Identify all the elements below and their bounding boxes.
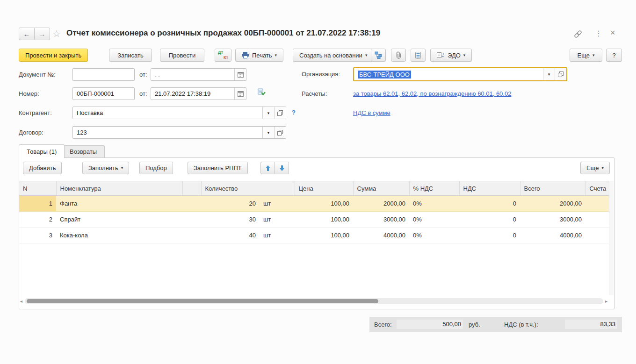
cell-accounts[interactable]: [585, 228, 609, 243]
back-button[interactable]: ←: [19, 28, 35, 40]
cell-amount[interactable]: 3000,00: [353, 212, 409, 228]
date-value[interactable]: 21.07.2022 17:38:19: [151, 88, 234, 100]
print-label: Печать: [252, 52, 272, 59]
cell-vat-rate[interactable]: 0%: [409, 212, 459, 228]
doc-date-input[interactable]: . .: [151, 68, 246, 81]
totals-bar: Всего: 500,00 руб. НДС (в т.ч.): 83,33: [369, 317, 622, 332]
scroll-right-icon[interactable]: ▸: [605, 299, 607, 304]
cell-accounts[interactable]: [585, 212, 609, 228]
horizontal-scrollbar[interactable]: [25, 298, 603, 304]
contract-dropdown-icon[interactable]: ▾: [262, 127, 274, 138]
counterparty-value[interactable]: Поставка: [73, 107, 262, 119]
cell-accounts[interactable]: [585, 196, 609, 212]
cell-spacer[interactable]: [182, 212, 201, 228]
cell-total[interactable]: 3000,00: [520, 212, 585, 228]
forward-button[interactable]: →: [34, 28, 50, 40]
cell-n[interactable]: 1: [19, 196, 56, 212]
save-button[interactable]: Записать: [109, 49, 152, 62]
counterparty-input[interactable]: Поставка ▾: [72, 107, 286, 119]
post-and-close-button[interactable]: Провести и закрыть: [19, 49, 88, 62]
cell-unit[interactable]: шт: [260, 212, 295, 228]
close-icon[interactable]: ×: [610, 28, 615, 38]
cell-quantity[interactable]: 40: [201, 228, 260, 243]
contract-value[interactable]: 123: [73, 127, 262, 138]
number-input[interactable]: 00БП-000001: [72, 87, 135, 100]
counterparty-open-icon[interactable]: [274, 107, 286, 119]
cell-price[interactable]: 100,00: [295, 212, 353, 228]
move-row-up-button[interactable]: [260, 162, 275, 174]
horizontal-scrollbar-thumb[interactable]: [27, 299, 378, 303]
vertical-scrollbar[interactable]: [609, 181, 614, 295]
cell-amount[interactable]: 2000,00: [353, 196, 409, 212]
more-button[interactable]: Еще ▾: [570, 49, 602, 62]
cell-price[interactable]: 100,00: [295, 196, 353, 212]
paperclip-icon: [395, 51, 402, 59]
cell-unit[interactable]: шт: [260, 196, 295, 212]
date-calendar-icon[interactable]: [234, 88, 246, 100]
settlements-link[interactable]: за товары 62.01, 62.02, по вознаграждени…: [353, 90, 511, 97]
create-based-on-button[interactable]: Создать на основании ▾: [293, 49, 374, 62]
cell-n[interactable]: 3: [19, 228, 56, 243]
print-button[interactable]: Печать ▾: [235, 49, 283, 62]
favorite-star-icon[interactable]: ☆: [52, 28, 61, 39]
cell-vat-rate[interactable]: 0%: [409, 196, 459, 212]
organization-open-icon[interactable]: [555, 68, 566, 80]
window-menu-icon[interactable]: ⋮: [595, 29, 602, 38]
tab-returns[interactable]: Возвраты: [62, 145, 105, 157]
cell-price[interactable]: 100,00: [295, 228, 353, 243]
organization-value[interactable]: БВС-ТРЕЙД ООО: [358, 71, 411, 79]
cell-vat[interactable]: 0: [459, 212, 520, 228]
doc-no-value[interactable]: [73, 69, 134, 80]
help-button[interactable]: ?: [606, 49, 622, 62]
contract-input[interactable]: 123 ▾: [72, 126, 286, 139]
pick-button[interactable]: Подбор: [139, 162, 173, 174]
cell-vat[interactable]: 0: [459, 228, 520, 243]
organization-dropdown-icon[interactable]: ▾: [543, 68, 555, 80]
vat-total-label: НДС (в т.ч.):: [504, 321, 538, 328]
table-row[interactable]: 2 Спрайт 30 шт 100,00 3000,00 0% 0 3000,…: [19, 212, 609, 228]
set-current-date-icon[interactable]: [258, 88, 266, 97]
tab-goods[interactable]: Товары (1): [19, 144, 65, 158]
move-row-down-button[interactable]: [275, 162, 289, 174]
report-button[interactable]: [411, 49, 426, 62]
edo-button[interactable]: ЭДО ▾: [430, 49, 472, 62]
cell-nomenclature[interactable]: Спрайт: [56, 212, 182, 228]
contract-open-icon[interactable]: [274, 127, 286, 138]
cell-n[interactable]: 2: [19, 212, 56, 228]
doc-date-calendar-icon[interactable]: [234, 69, 246, 80]
attachments-button[interactable]: [391, 49, 406, 62]
cell-quantity[interactable]: 30: [201, 212, 260, 228]
related-documents-button[interactable]: [371, 49, 386, 62]
cell-vat-rate[interactable]: 0%: [409, 228, 459, 243]
cell-nomenclature[interactable]: Фанта: [56, 196, 182, 212]
scroll-left-icon[interactable]: ◂: [20, 299, 22, 304]
edo-exchange-icon: [437, 52, 444, 58]
post-button[interactable]: Провести: [160, 49, 204, 62]
fill-button[interactable]: Заполнить ▾: [82, 162, 129, 174]
dt-kt-postings-button[interactable]: Дт Кт: [215, 49, 231, 62]
doc-no-input[interactable]: [72, 68, 135, 81]
date-input[interactable]: 21.07.2022 17:38:19: [151, 87, 246, 100]
cell-quantity[interactable]: 20: [201, 196, 260, 212]
cell-vat[interactable]: 0: [459, 196, 520, 212]
cell-total[interactable]: 4000,00: [520, 228, 585, 243]
cell-amount[interactable]: 4000,00: [353, 228, 409, 243]
fill-rnpt-button[interactable]: Заполнить РНПТ: [188, 162, 248, 174]
cell-total[interactable]: 2000,00: [520, 196, 585, 212]
table-row[interactable]: 1 Фанта 20 шт 100,00 2000,00 0% 0 2000,0…: [19, 196, 609, 212]
cell-nomenclature[interactable]: Кока-кола: [56, 228, 182, 243]
cell-unit[interactable]: шт: [260, 228, 295, 243]
add-row-button[interactable]: Добавить: [23, 162, 62, 174]
get-link-icon[interactable]: [573, 30, 583, 40]
doc-date-placeholder[interactable]: . .: [151, 69, 234, 80]
report-icon: [415, 52, 421, 59]
number-value[interactable]: 00БП-000001: [73, 88, 134, 100]
counterparty-dropdown-icon[interactable]: ▾: [262, 107, 274, 119]
counterparty-help-icon[interactable]: ?: [292, 109, 296, 116]
cell-spacer[interactable]: [182, 228, 201, 243]
grid-more-button[interactable]: Еще ▾: [580, 162, 610, 174]
organization-input[interactable]: БВС-ТРЕЙД ООО ▾: [353, 67, 567, 81]
table-row[interactable]: 3 Кока-кола 40 шт 100,00 4000,00 0% 0 40…: [19, 228, 609, 243]
vat-mode-link[interactable]: НДС в сумме: [353, 109, 390, 116]
cell-spacer[interactable]: [182, 196, 201, 212]
